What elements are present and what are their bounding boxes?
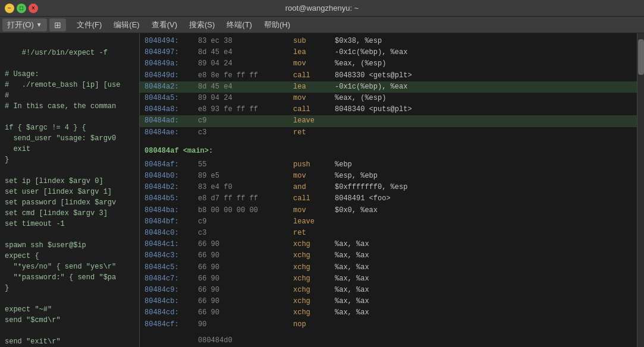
menu-item[interactable]: 文件(F): [71, 18, 108, 31]
asm-row: 080484d0 <__libc_csu_init>:: [140, 335, 637, 347]
asm-address: 804849d:: [144, 70, 198, 81]
asm-row: 80484b2:83 e4 f0and$0xfffffff0, %esp: [140, 182, 637, 193]
asm-address: 80484c1:: [144, 239, 198, 250]
asm-mnemonic: call: [293, 70, 335, 81]
menu-item[interactable]: 查看(V): [146, 18, 183, 31]
asm-row: 804849a:89 04 24mov%eax, (%esp): [140, 58, 637, 70]
asm-address: 80484ae:: [144, 127, 198, 138]
asm-row: 80484c7:66 90xchg%ax, %ax: [140, 273, 637, 285]
asm-bytes: c9: [198, 115, 293, 127]
asm-row: 80484cf:90nop: [140, 319, 637, 330]
asm-address: 80484b2:: [144, 182, 198, 193]
asm-bytes: c3: [198, 127, 293, 138]
asm-mnemonic: xchg: [293, 239, 335, 250]
asm-address: [144, 335, 198, 347]
asm-operands: [335, 216, 632, 228]
asm-address: 80484b5:: [144, 193, 198, 204]
new-tab-button[interactable]: ⊞: [49, 18, 66, 31]
asm-mnemonic: xchg: [293, 250, 335, 261]
asm-operands: %ax, %ax: [335, 239, 632, 250]
asm-mnemonic: leave: [293, 115, 335, 127]
asm-row: [140, 330, 637, 335]
menu-item[interactable]: 搜索(S): [183, 18, 221, 31]
asm-mnemonic: xchg: [293, 285, 335, 296]
asm-row: 8048497:8d 45 e4lea-0x1c(%ebp), %eax: [140, 47, 637, 58]
asm-operands: 8048340 <puts@plt>: [335, 104, 632, 115]
asm-operands: [335, 335, 632, 347]
window-title: root@wangzhenyu: ~: [40, 4, 604, 12]
asm-mnemonic: lea: [293, 47, 335, 58]
new-tab-icon: ⊞: [54, 20, 61, 30]
asm-mnemonic: leave: [293, 216, 335, 228]
asm-row: 80484a5:89 04 24mov%eax, (%esp): [140, 93, 637, 104]
asm-row: 80484ba:b8 00 00 00 00mov$0x0, %eax: [140, 205, 637, 216]
asm-operands: $0x38, %esp: [335, 36, 632, 47]
close-button[interactable]: ×: [29, 4, 38, 13]
asm-row: 80484b0:89 e5mov%esp, %ebp: [140, 171, 637, 182]
menu-items: 文件(F)编辑(E)查看(V)搜索(S)终端(T)帮助(H): [71, 18, 296, 31]
asm-bytes: 90: [198, 319, 293, 330]
left-pane: #!/usr/bin/expect -f # Usage: # ./remote…: [0, 33, 140, 347]
asm-operands: $0xfffffff0, %esp: [335, 182, 632, 193]
asm-bytes: 66 90: [198, 285, 293, 296]
asm-mnemonic: xchg: [293, 296, 335, 307]
asm-bytes: 55: [198, 159, 293, 171]
asm-operands: -0x1c(%ebp), %eax: [335, 81, 632, 93]
asm-row: 80484af:55push%ebp: [140, 159, 637, 171]
asm-address: 80484bf:: [144, 216, 198, 228]
asm-row: 080484af <main>:: [140, 143, 637, 159]
open-menu[interactable]: 打开(O) ▼: [2, 18, 47, 31]
asm-bytes: 8d 45 e4: [198, 81, 293, 93]
asm-bytes: 89 04 24: [198, 58, 293, 70]
asm-row: 80484bf:c9leave: [140, 216, 637, 228]
asm-row: 80484a2:8d 45 e4lea-0x1c(%ebp), %eax: [140, 81, 637, 93]
maximize-button[interactable]: □: [17, 4, 26, 13]
asm-mnemonic: call: [293, 104, 335, 115]
asm-operands: %ax, %ax: [335, 285, 632, 296]
asm-row: 80484ae:c3ret: [140, 127, 637, 138]
asm-address: 80484c5:: [144, 262, 198, 273]
asm-address: 804849a:: [144, 58, 198, 70]
main-area: #!/usr/bin/expect -f # Usage: # ./remote…: [0, 33, 644, 347]
asm-operands: [335, 228, 632, 239]
asm-mnemonic: xchg: [293, 273, 335, 285]
asm-bytes: 66 90: [198, 262, 293, 273]
asm-address: 80484c0:: [144, 228, 198, 239]
asm-mnemonic: mov: [293, 93, 335, 104]
asm-operands: [335, 127, 632, 138]
minimize-button[interactable]: −: [5, 4, 14, 13]
asm-bytes: 66 90: [198, 239, 293, 250]
asm-address: 80484af:: [144, 159, 198, 171]
asm-mnemonic: call: [293, 193, 335, 204]
asm-operands: 8048491 <foo>: [335, 193, 632, 204]
asm-mnemonic: xchg: [293, 307, 335, 318]
asm-mnemonic: nop: [293, 319, 335, 330]
asm-mnemonic: mov: [293, 171, 335, 182]
asm-mnemonic: sub: [293, 36, 335, 47]
asm-operands: [335, 115, 632, 127]
asm-address: 80484c3:: [144, 250, 198, 261]
menu-item[interactable]: 帮助(H): [258, 18, 296, 31]
asm-address: 80484cd:: [144, 307, 198, 318]
asm-operands: %ax, %ax: [335, 296, 632, 307]
menu-item[interactable]: 终端(T): [221, 18, 258, 31]
asm-operands: [335, 319, 632, 330]
scrollbar-thumb[interactable]: [638, 39, 644, 75]
asm-mnemonic: [293, 335, 335, 347]
right-pane[interactable]: 8048494:83 ec 38sub$0x38, %esp8048497:8d…: [140, 33, 637, 347]
asm-mnemonic: ret: [293, 127, 335, 138]
asm-row: 80484cd:66 90xchg%ax, %ax: [140, 307, 637, 318]
asm-row: 80484ad:c9leave: [140, 115, 637, 127]
asm-mnemonic: lea: [293, 81, 335, 93]
asm-mnemonic: push: [293, 159, 335, 171]
menu-item[interactable]: 编辑(E): [108, 18, 145, 31]
open-label: 打开(O): [7, 20, 34, 30]
asm-operands: %ebp: [335, 159, 632, 171]
asm-operands: -0x1c(%ebp), %eax: [335, 47, 632, 58]
asm-bytes: e8 8e fe ff ff: [198, 70, 293, 81]
asm-address: 80484b0:: [144, 171, 198, 182]
asm-address: 80484a8:: [144, 104, 198, 115]
asm-row: [140, 138, 637, 143]
asm-row: 8048494:83 ec 38sub$0x38, %esp: [140, 36, 637, 47]
scrollbar[interactable]: [637, 33, 644, 347]
